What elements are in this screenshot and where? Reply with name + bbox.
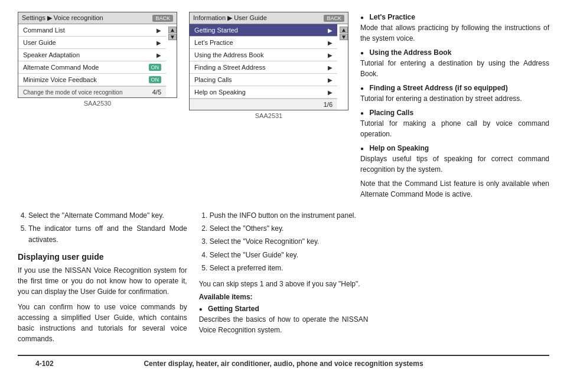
step-0: Push the INFO button on the instrument p… — [210, 210, 369, 221]
right-bullets-section: Let's Practice Mode that allows practici… — [360, 12, 549, 200]
screen1-header: Settings ▶ Voice recognition BACK — [18, 12, 177, 24]
step-2: Select the "Voice Recognition" key. — [210, 236, 369, 247]
screen1-back-btn[interactable]: BACK — [152, 15, 173, 22]
prev-step-0: Select the "Alternate Command Mode" key. — [28, 210, 187, 221]
section-title: Displaying user guide — [18, 252, 187, 262]
bottom-bar-text: Center display, heater, air conditioner,… — [144, 360, 423, 368]
down-arrow-icon[interactable]: ▼ — [168, 34, 177, 40]
steps-list: Push the INFO button on the instrument p… — [210, 210, 369, 274]
saa2-label: SAA2531 — [255, 112, 282, 119]
screen2-item-4[interactable]: Placing Calls ▶ — [190, 74, 337, 86]
arrow-icon-1: ▶ — [157, 40, 161, 46]
arrow-s2-0: ▶ — [328, 27, 333, 34]
saa1-label: SAA2530 — [84, 100, 111, 107]
skip-note: You can skip steps 1 and 3 above if you … — [199, 279, 369, 289]
screen2-header: Information ▶ User Guide BACK — [190, 12, 348, 24]
note-text: Note that the Command List feature is on… — [360, 178, 549, 200]
screen1-item-3[interactable]: Alternate Command Mode ON — [18, 61, 166, 74]
screen2-item-1[interactable]: Let's Practice ▶ — [190, 37, 337, 49]
left-bullet-list: Getting Started Describes the basics of … — [199, 303, 369, 335]
screen2-menu: Getting Started ▶ Let's Practice ▶ Using… — [190, 24, 337, 110]
step-3: Select the "User Guide" key. — [210, 250, 369, 261]
right-bullet-list: Let's Practice Mode that allows practici… — [360, 12, 549, 175]
toggle-4[interactable]: ON — [149, 76, 162, 83]
screen1-header-text: Settings ▶ Voice recognition — [22, 14, 103, 22]
arrow-s2-1: ▶ — [328, 40, 333, 46]
screen1-page: 4/5 — [152, 89, 161, 96]
screen2-item-2[interactable]: Using the Address Book ▶ — [190, 49, 337, 61]
step-4: Select a preferred item. — [210, 263, 369, 274]
available-items-label: Available items: — [199, 293, 369, 301]
screen1-box: Settings ▶ Voice recognition BACK Comman… — [18, 12, 177, 98]
arrow-icon-2: ▶ — [157, 52, 161, 58]
page-number: 4-102 — [35, 360, 54, 368]
arrow-s2-3: ▶ — [328, 64, 333, 71]
screen2-nav[interactable]: ▲ ▼ — [340, 24, 348, 40]
right-bullet-3: Placing Calls Tutorial for making a phon… — [360, 107, 549, 139]
screen2-item-5[interactable]: Help on Speaking ▶ — [190, 86, 337, 99]
screen2-footer: 1/6 — [190, 99, 337, 110]
up-arrow-icon-2[interactable]: ▲ — [340, 27, 348, 33]
prev-steps-list: Select the "Alternate Command Mode" key.… — [28, 210, 187, 246]
arrow-s2-5: ▶ — [328, 89, 333, 96]
screen2-item-3[interactable]: Finding a Street Address ▶ — [190, 61, 337, 74]
right-bullet-4: Help on Speaking Displays useful tips of… — [360, 143, 549, 175]
screen1-item-4[interactable]: Minimize Voice Feedback ON — [18, 74, 166, 86]
screen2-header-text: Information ▶ User Guide — [193, 14, 267, 22]
middle-content: Push the INFO button on the instrument p… — [199, 210, 369, 339]
down-arrow-icon-2[interactable]: ▼ — [340, 34, 348, 40]
intro-p2: You can confirm how to use voice command… — [18, 302, 187, 344]
screen2-item-0[interactable]: Getting Started ▶ — [190, 24, 337, 37]
arrow-s2-2: ▶ — [328, 52, 333, 58]
right-bullet-1: Using the Address Book Tutorial for ente… — [360, 47, 549, 79]
prev-step-1: The indicator turns off and the Standard… — [28, 223, 187, 246]
screen1-item-2[interactable]: Speaker Adaptation ▶ — [18, 49, 166, 61]
screen1-footer: Change the mode of voice recognition 4/5 — [18, 86, 166, 97]
step-1: Select the "Others" key. — [210, 223, 369, 234]
screen1-item-1[interactable]: User Guide ▶ — [18, 37, 166, 49]
screen1-item-0[interactable]: Command List ▶ — [18, 24, 166, 37]
screen2-back-btn[interactable]: BACK — [324, 15, 344, 22]
screen1-menu: Command List ▶ User Guide ▶ Speaker Adap… — [18, 24, 166, 97]
intro-p1: If you use the NISSAN Voice Recognition … — [18, 265, 187, 297]
screen1-nav[interactable]: ▲ ▼ — [168, 24, 177, 40]
main-content: Select the "Alternate Command Mode" key.… — [18, 210, 549, 349]
up-arrow-icon[interactable]: ▲ — [168, 27, 177, 33]
arrow-s2-4: ▶ — [328, 77, 333, 83]
toggle-3[interactable]: ON — [149, 64, 162, 71]
screen2-page: 1/6 — [324, 101, 333, 108]
arrow-icon-0: ▶ — [157, 27, 161, 34]
left-content: Select the "Alternate Command Mode" key.… — [18, 210, 187, 349]
bottom-bar-inner: 4-102 Center display, heater, air condit… — [18, 360, 549, 368]
right-bullet-2: Finding a Street Address (if so equipped… — [360, 83, 549, 104]
bottom-bar: 4-102 Center display, heater, air condit… — [18, 355, 549, 368]
left-bullet-0: Getting Started Describes the basics of … — [199, 303, 369, 335]
screen2-box: Information ▶ User Guide BACK Getting St… — [189, 12, 348, 110]
right-bullet-0: Let's Practice Mode that allows practici… — [360, 12, 549, 44]
